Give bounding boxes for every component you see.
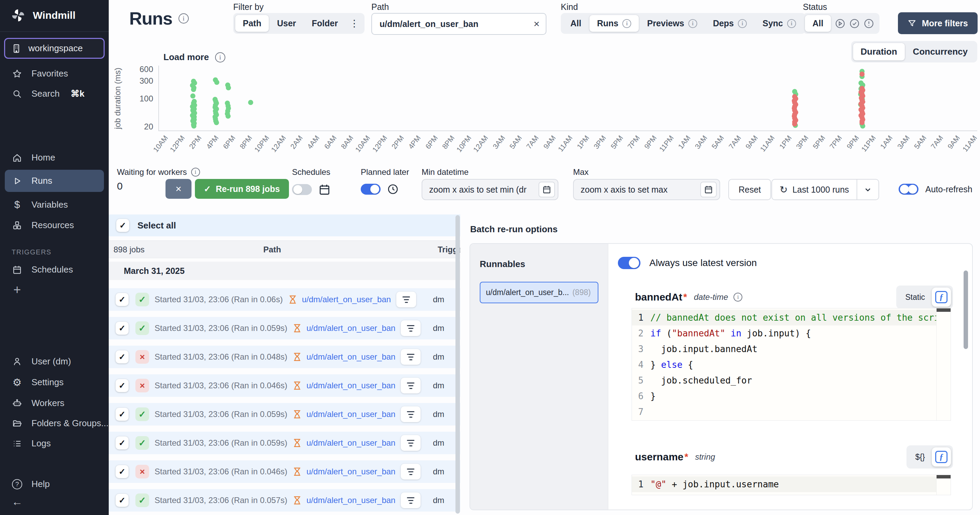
clear-selection-button[interactable]: ×	[165, 179, 191, 199]
sidebar-item-user[interactable]: User (dm)	[0, 352, 109, 372]
kind-sync[interactable]: Synci	[755, 15, 803, 32]
sidebar-item-home[interactable]: Home	[0, 147, 109, 168]
run-path-link[interactable]: u/dm/alert_on_user_ban	[302, 295, 391, 304]
max-datetime-label: Max	[573, 167, 589, 177]
sidebar-add-button[interactable]: +	[0, 280, 109, 299]
sidebar-item-logs[interactable]: Logs	[0, 433, 109, 453]
collapse-sidebar-button[interactable]: ←	[0, 494, 109, 515]
kind-previews[interactable]: Previewsi	[640, 15, 705, 32]
duration-scatter-plot[interactable]	[158, 66, 977, 131]
success-point	[214, 80, 219, 85]
javascript-mode-button[interactable]: ƒ	[932, 447, 951, 466]
planned-later-toggle[interactable]	[361, 184, 380, 195]
min-calendar-button[interactable]	[539, 182, 555, 197]
interpolate-mode-button[interactable]: ${}	[908, 450, 932, 464]
success-point	[248, 100, 253, 105]
run-path-link[interactable]: u/dm/alert_on_user_ban	[306, 409, 395, 419]
sidebar-item-variables[interactable]: $ Variables	[0, 194, 109, 215]
schedules-label: Schedules	[292, 167, 330, 177]
kind-all[interactable]: All	[563, 15, 589, 32]
kind-runs[interactable]: Runsi	[590, 15, 639, 32]
row-args-button[interactable]	[401, 378, 421, 393]
sidebar-item-runs[interactable]: Runs	[5, 170, 104, 192]
sidebar-item-favorites[interactable]: Favorites	[0, 63, 109, 84]
row-checkbox[interactable]: ✓	[116, 494, 129, 507]
row-args-button[interactable]	[401, 349, 421, 365]
row-checkbox[interactable]: ✓	[116, 408, 129, 421]
row-checkbox[interactable]: ✓	[116, 293, 129, 306]
code-line: 5 job.scheduled_for	[632, 372, 951, 388]
last-runs-refresh[interactable]: ↻ Last 1000 runs	[772, 184, 857, 195]
schedules-toggle[interactable]	[292, 184, 312, 195]
sidebar-item-folders-groups[interactable]: Folders & Groups...	[0, 413, 109, 433]
folder-icon	[12, 418, 22, 429]
table-row[interactable]: ✓ ✓ Started 31/03, 23:06 (Ran in 0.06s) …	[109, 288, 460, 311]
code-line: 4} else {	[632, 357, 951, 372]
clear-path-icon[interactable]: ×	[533, 19, 539, 29]
run-path-link[interactable]: u/dm/alert_on_user_ban	[306, 467, 395, 476]
table-row[interactable]: ✓ ✓ Started 31/03, 23:06 (Ran in 0.059s)…	[109, 317, 460, 339]
rerun-jobs-button[interactable]: ✓ Re-run 898 jobs	[195, 179, 289, 199]
table-row[interactable]: ✓ ✓ Started 31/03, 23:06 (Ran in 0.059s)…	[109, 432, 460, 454]
tab-duration[interactable]: Duration	[853, 43, 905, 60]
username-code-editor[interactable]: 1"@" + job.input.username	[632, 475, 951, 495]
filter-tab-user[interactable]: User	[269, 15, 304, 32]
bannedAt-code-editor[interactable]: 1// bannedAt does not exist on all versi…	[632, 308, 951, 421]
sidebar-item-resources[interactable]: Resources	[0, 215, 109, 235]
panel-scrollbar[interactable]	[964, 271, 968, 349]
sidebar-item-help[interactable]: ? Help	[0, 474, 109, 494]
reset-button[interactable]: Reset	[728, 179, 771, 200]
path-input[interactable]	[380, 19, 533, 29]
static-mode-button[interactable]: Static	[898, 290, 932, 304]
run-path-link[interactable]: u/dm/alert_on_user_ban	[306, 381, 395, 390]
run-path-link[interactable]: u/dm/alert_on_user_ban	[306, 438, 395, 448]
windmill-logo-icon	[11, 8, 25, 22]
table-scrollbar[interactable]	[455, 215, 460, 513]
max-datetime-input[interactable]	[581, 185, 700, 195]
kebab-menu-icon[interactable]: ⋮	[346, 18, 363, 29]
status-success-icon[interactable]	[849, 18, 860, 29]
row-checkbox[interactable]: ✓	[116, 436, 129, 449]
latest-version-toggle[interactable]	[618, 257, 640, 269]
select-all-checkbox[interactable]: ✓	[116, 219, 129, 232]
more-filters-button[interactable]: More filters	[898, 12, 978, 34]
run-path-link[interactable]: u/dm/alert_on_user_ban	[306, 496, 395, 505]
status-badge: ✓	[135, 407, 149, 421]
status-running-icon[interactable]	[834, 18, 846, 29]
row-checkbox[interactable]: ✓	[116, 350, 129, 363]
row-args-button[interactable]	[401, 320, 421, 336]
row-args-button[interactable]	[401, 493, 421, 508]
row-args-button[interactable]	[396, 292, 416, 307]
table-row[interactable]: ✓ ✓ Started 31/03, 23:06 (Ran in 0.059s)…	[109, 403, 460, 426]
row-args-button[interactable]	[401, 464, 421, 480]
row-checkbox[interactable]: ✓	[116, 322, 129, 335]
javascript-mode-button[interactable]: ƒ	[932, 288, 951, 307]
min-datetime-input[interactable]	[429, 185, 539, 195]
status-failure-icon[interactable]	[863, 18, 875, 29]
kind-deps[interactable]: Depsi	[705, 15, 754, 32]
sidebar-item-settings[interactable]: ⚙ Settings	[0, 372, 109, 393]
sidebar-item-workers[interactable]: Workers	[0, 393, 109, 413]
filter-tab-folder[interactable]: Folder	[304, 15, 345, 32]
table-row[interactable]: ✓ ✓ Started 31/03, 23:06 (Ran in 0.057s)…	[109, 489, 460, 512]
filter-tab-path[interactable]: Path	[235, 15, 269, 32]
run-path-link[interactable]: u/dm/alert_on_user_ban	[306, 323, 395, 333]
row-checkbox[interactable]: ✓	[116, 379, 129, 392]
last-runs-chevron[interactable]	[857, 184, 878, 195]
run-path-link[interactable]: u/dm/alert_on_user_ban	[306, 352, 395, 362]
sidebar-item-search[interactable]: Search ⌘k	[0, 84, 109, 104]
status-all[interactable]: All	[805, 15, 831, 32]
row-args-button[interactable]	[401, 406, 421, 422]
row-checkbox[interactable]: ✓	[116, 465, 129, 478]
table-row[interactable]: ✓ × Started 31/03, 23:06 (Ran in 0.046s)…	[109, 374, 460, 397]
workspace-selector[interactable]: workingspace	[4, 38, 105, 59]
table-row[interactable]: ✓ × Started 31/03, 23:06 (Ran in 0.046s)…	[109, 460, 460, 483]
row-args-button[interactable]	[401, 435, 421, 451]
runnable-item[interactable]: u/dm/alert_on_user_b... (898)	[480, 282, 598, 303]
table-row[interactable]: ✓ × Started 31/03, 23:06 (Ran in 0.048s)…	[109, 345, 460, 368]
autorefresh-toggle[interactable]	[899, 184, 918, 195]
load-more-button[interactable]: Load more i	[164, 52, 225, 62]
max-calendar-button[interactable]	[700, 182, 717, 197]
tab-concurrency[interactable]: Concurrency	[905, 43, 975, 60]
sidebar-item-schedules[interactable]: Schedules	[0, 260, 109, 280]
